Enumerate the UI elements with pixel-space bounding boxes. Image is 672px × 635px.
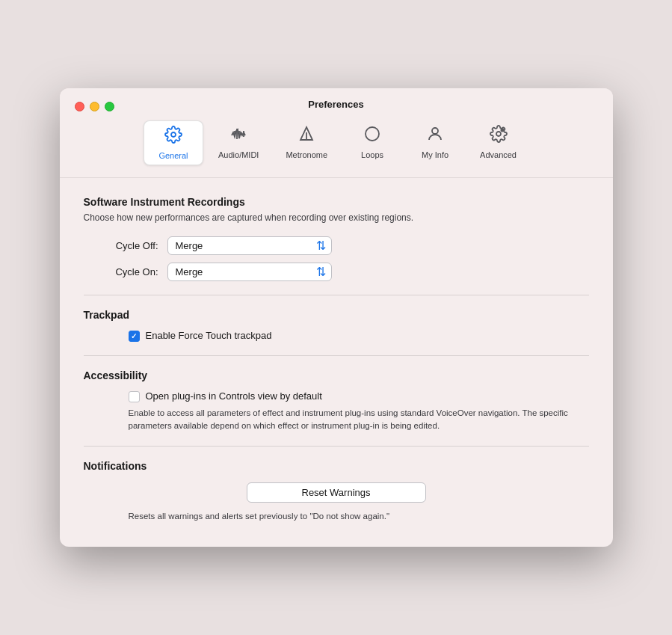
svg-point-12 (500, 128, 504, 132)
cycle-off-label: Cycle Off: (84, 240, 158, 251)
svg-point-10 (432, 128, 438, 134)
svg-point-9 (366, 127, 379, 141)
software-instrument-title: Software Instrument Recordings (84, 196, 589, 208)
minimize-button[interactable] (90, 102, 99, 111)
tab-metronome-label: Metronome (286, 150, 327, 159)
divider-2 (84, 355, 589, 356)
accessibility-title: Accessibility (84, 369, 589, 381)
preferences-window: Preferences General (60, 88, 613, 547)
svg-point-11 (496, 132, 501, 136)
divider-3 (84, 446, 589, 447)
controls-view-desc: Enable to access all parameters of effec… (129, 407, 589, 433)
tabs-bar: General Audio/MIDI Met (144, 119, 528, 171)
reset-warnings-button[interactable]: Reset Warnings (247, 482, 426, 503)
accessibility-section: Accessibility Open plug-ins in Controls … (84, 369, 589, 433)
traffic-lights (75, 102, 114, 111)
tab-my-info-label: My Info (422, 150, 448, 159)
tab-advanced[interactable]: Advanced (468, 120, 528, 165)
cycle-off-select-wrapper: Merge Replace Create Takes Tag as Alias … (167, 236, 332, 255)
controls-view-checkbox[interactable] (129, 391, 140, 402)
notifications-section: Notifications Reset Warnings Resets all … (84, 460, 589, 523)
tab-advanced-label: Advanced (480, 150, 517, 159)
software-instrument-section: Software Instrument Recordings Choose ho… (84, 196, 589, 281)
tab-loops-label: Loops (361, 150, 383, 159)
trackpad-title: Trackpad (84, 309, 589, 321)
cycle-on-label: Cycle On: (84, 266, 158, 277)
tab-general-label: General (158, 151, 188, 160)
cycle-on-row: Cycle On: Merge Replace Create Takes Tag… (84, 263, 589, 281)
divider-1 (84, 295, 589, 295)
cycle-off-row: Cycle Off: Merge Replace Create Takes Ta… (84, 236, 589, 255)
close-button[interactable] (75, 102, 84, 111)
audio-midi-icon (229, 125, 247, 147)
loops-icon (363, 125, 381, 147)
controls-view-label: Open plug-ins in Controls view by defaul… (146, 390, 322, 402)
force-touch-label: Enable Force Touch trackpad (146, 330, 272, 341)
maximize-button[interactable] (105, 102, 114, 111)
advanced-icon (490, 125, 508, 147)
cycle-off-select[interactable]: Merge Replace Create Takes Tag as Alias (167, 236, 332, 255)
tab-loops[interactable]: Loops (342, 120, 402, 165)
reset-warnings-desc: Resets all warnings and alerts set previ… (129, 510, 589, 523)
cycle-on-select[interactable]: Merge Replace Create Takes Tag as Alias (167, 263, 332, 281)
tab-metronome[interactable]: Metronome (274, 120, 339, 165)
force-touch-checkbox[interactable] (129, 331, 140, 342)
software-instrument-desc: Choose how new performances are captured… (84, 211, 589, 224)
reset-warnings-row: Reset Warnings (84, 482, 589, 503)
tab-audio-midi-label: Audio/MIDI (218, 150, 259, 159)
preferences-content: Software Instrument Recordings Choose ho… (60, 178, 613, 547)
force-touch-row: Enable Force Touch trackpad (129, 330, 589, 342)
tab-my-info[interactable]: My Info (405, 120, 465, 165)
controls-view-row: Open plug-ins in Controls view by defaul… (129, 390, 589, 402)
cycle-on-select-wrapper: Merge Replace Create Takes Tag as Alias … (167, 263, 332, 281)
trackpad-section: Trackpad Enable Force Touch trackpad (84, 309, 589, 342)
metronome-icon (298, 125, 315, 147)
my-info-icon (426, 125, 444, 147)
notifications-title: Notifications (84, 460, 589, 472)
tab-general[interactable]: General (144, 120, 203, 165)
tab-audio-midi[interactable]: Audio/MIDI (206, 120, 271, 165)
svg-point-0 (171, 132, 176, 137)
window-title: Preferences (308, 99, 363, 110)
general-icon (164, 126, 182, 148)
